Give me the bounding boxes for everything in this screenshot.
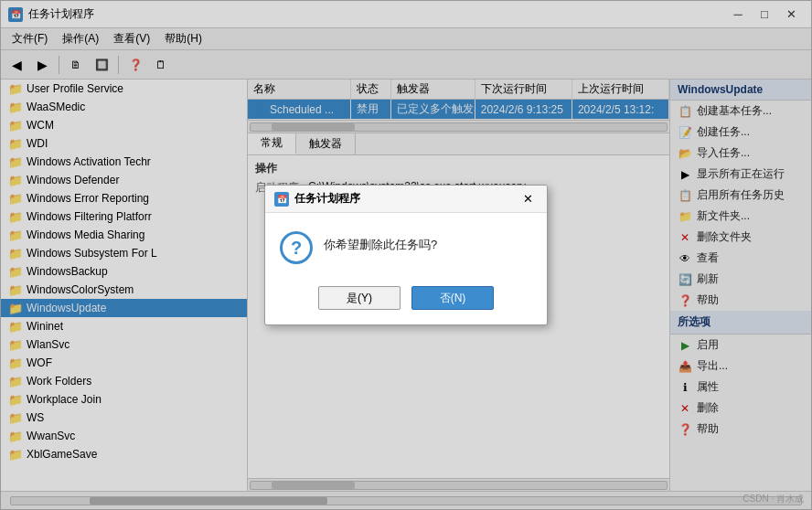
dialog-buttons: 是(Y) 否(N) xyxy=(265,279,547,324)
dialog-no-button[interactable]: 否(N) xyxy=(411,286,494,310)
dialog-body: ? 你希望删除此任务吗? xyxy=(265,213,547,279)
main-window: 📅 任务计划程序 ─ □ ✕ 文件(F) 操作(A) 查看(V) 帮助(H) ◀… xyxy=(0,0,812,510)
confirm-dialog: 📅 任务计划程序 ✕ ? 你希望删除此任务吗? 是(Y) 否(N) xyxy=(264,185,548,325)
dialog-yes-button[interactable]: 是(Y) xyxy=(318,286,401,310)
dialog-title-icon: 📅 xyxy=(274,192,289,207)
dialog-close-button[interactable]: ✕ xyxy=(518,189,538,209)
dialog-message: 你希望删除此任务吗? xyxy=(324,231,532,253)
question-icon: ? xyxy=(280,231,313,264)
dialog-title: 任务计划程序 xyxy=(294,191,518,207)
dialog-title-bar: 📅 任务计划程序 ✕ xyxy=(265,186,547,213)
dialog-overlay: 📅 任务计划程序 ✕ ? 你希望删除此任务吗? 是(Y) 否(N) xyxy=(1,1,811,509)
